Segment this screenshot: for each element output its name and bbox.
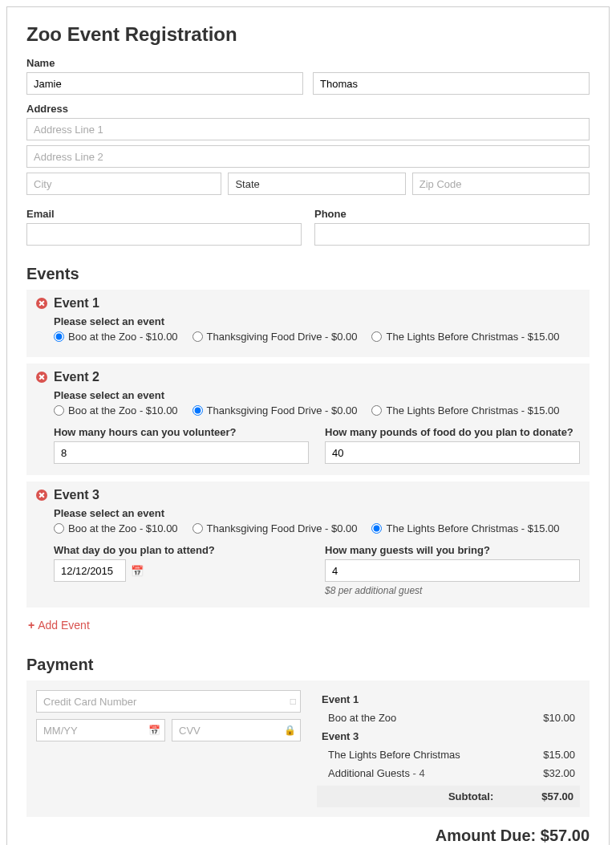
subtotal-value: $57.00 <box>541 790 573 802</box>
event-2-option-lights: The Lights Before Christmas - $15.00 <box>386 404 559 416</box>
name-label: Name <box>26 57 590 69</box>
event-1-option-boo: Boo at the Zoo - $10.00 <box>68 331 178 343</box>
event-1-option-lights: The Lights Before Christmas - $15.00 <box>386 331 559 343</box>
events-heading: Events <box>26 265 590 283</box>
summary-e1-item: Boo at the Zoo <box>328 712 396 724</box>
event-3-guests-input[interactable] <box>325 559 580 582</box>
event-3-block: Event 3 Please select an event Boo at th… <box>26 481 590 607</box>
remove-event-2-icon[interactable] <box>36 372 47 383</box>
event-3-guests-label: How many guests will you bring? <box>325 544 580 556</box>
event-2-pounds-label: How many pounds of food do you plan to d… <box>325 426 580 438</box>
event-3-radio-lights[interactable] <box>371 523 382 534</box>
cc-cvv-input[interactable] <box>172 719 301 741</box>
address-label: Address <box>26 103 590 115</box>
summary-e3-guests-label: Additional Guests <box>328 767 410 779</box>
city-input[interactable] <box>26 173 221 195</box>
event-1-select-label: Please select an event <box>54 315 580 327</box>
zip-input[interactable] <box>412 173 590 195</box>
add-event-label: Add Event <box>38 619 90 632</box>
summary-e1-head: Event 1 <box>322 693 359 705</box>
cc-number-input[interactable] <box>36 690 301 713</box>
event-3-option-lights: The Lights Before Christmas - $15.00 <box>386 522 559 534</box>
plus-icon: + <box>28 619 34 632</box>
summary-e3-guests-count: - 4 <box>410 767 425 779</box>
event-2-radio-food[interactable] <box>192 405 203 416</box>
subtotal-label: Subtotal: <box>448 790 493 802</box>
page-title: Zoo Event Registration <box>26 23 590 46</box>
event-2-radio-lights[interactable] <box>371 405 382 416</box>
summary-e3-guests-price: $32.00 <box>543 767 575 779</box>
event-2-option-boo: Boo at the Zoo - $10.00 <box>68 404 178 416</box>
event-2-pounds-input[interactable] <box>325 441 580 464</box>
event-2-hours-label: How many hours can you volunteer? <box>54 426 309 438</box>
amount-due-label: Amount Due: <box>436 827 541 844</box>
address-line1-input[interactable] <box>26 118 590 140</box>
event-3-select-label: Please select an event <box>54 507 580 519</box>
event-3-option-food: Thanksgiving Food Drive - $0.00 <box>207 522 358 534</box>
payment-heading: Payment <box>26 656 590 674</box>
phone-input[interactable] <box>314 223 590 246</box>
event-1-radio-lights[interactable] <box>371 331 382 342</box>
state-input[interactable] <box>228 173 405 195</box>
address-line2-input[interactable] <box>26 145 590 168</box>
email-input[interactable] <box>26 223 302 246</box>
event-2-radio-boo[interactable] <box>54 405 64 416</box>
remove-event-3-icon[interactable] <box>36 490 47 501</box>
remove-event-1-icon[interactable] <box>36 298 47 309</box>
cc-expiry-input[interactable] <box>36 719 165 741</box>
event-3-radio-boo[interactable] <box>54 523 64 534</box>
event-1-title: Event 1 <box>54 296 99 311</box>
event-1-option-food: Thanksgiving Food Drive - $0.00 <box>207 331 358 343</box>
lock-icon: 🔒 <box>284 725 296 736</box>
event-3-date-input[interactable] <box>54 559 126 582</box>
last-name-input[interactable] <box>313 72 590 95</box>
event-1-radio-food[interactable] <box>192 331 203 342</box>
amount-due-value: $57.00 <box>541 827 590 844</box>
event-2-block: Event 2 Please select an event Boo at th… <box>26 364 590 475</box>
event-3-title: Event 3 <box>54 488 99 502</box>
event-2-title: Event 2 <box>54 370 99 384</box>
event-1-radio-boo[interactable] <box>54 331 64 342</box>
add-event-button[interactable]: + Add Event <box>26 614 590 636</box>
summary-e1-price: $10.00 <box>543 712 575 724</box>
summary-e3-price: $15.00 <box>543 749 575 761</box>
summary-e3-item: The Lights Before Christmas <box>328 749 460 761</box>
event-3-radio-food[interactable] <box>192 523 203 534</box>
event-3-option-boo: Boo at the Zoo - $10.00 <box>68 522 178 534</box>
event-3-guests-hint: $8 per additional guest <box>325 585 580 596</box>
first-name-input[interactable] <box>26 72 303 95</box>
event-3-date-label: What day do you plan to attend? <box>54 544 309 556</box>
event-1-block: Event 1 Please select an event Boo at th… <box>26 290 590 357</box>
summary-e3-head: Event 3 <box>322 730 359 742</box>
email-label: Email <box>26 208 302 220</box>
calendar-icon[interactable]: 📅 <box>131 565 144 577</box>
calendar-small-icon: 📅 <box>148 725 160 736</box>
credit-card-icon: □ <box>290 696 296 707</box>
event-2-option-food: Thanksgiving Food Drive - $0.00 <box>207 404 358 416</box>
event-2-hours-input[interactable] <box>54 441 309 464</box>
event-2-select-label: Please select an event <box>54 389 580 401</box>
phone-label: Phone <box>314 208 590 220</box>
